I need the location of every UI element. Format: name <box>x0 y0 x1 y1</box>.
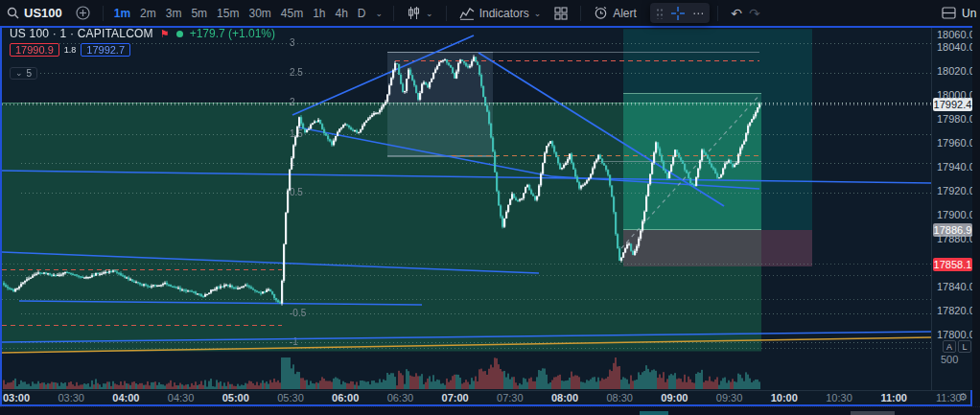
time-axis-label: 08:00 <box>548 392 582 403</box>
chevron-down-icon: ⌄ <box>15 68 23 78</box>
market-status-dot <box>176 31 183 37</box>
symbol-name: US100 <box>24 6 62 20</box>
indicators-button[interactable]: Indicators ⌄ <box>453 3 548 24</box>
indicators-label: Indicators <box>479 7 529 20</box>
drag-handle-icon[interactable] <box>656 8 664 19</box>
interval-1m[interactable]: 1m <box>109 3 135 24</box>
bottom-strip <box>0 406 980 415</box>
toolbar-separator <box>393 6 394 21</box>
bar-replay-step-dropdown[interactable]: ⌄ 5 <box>10 67 37 80</box>
time-axis-label: 04:00 <box>108 392 143 403</box>
interval-3m[interactable]: 3m <box>161 3 187 24</box>
alert-label: Alert <box>613 7 637 20</box>
price-axis-label: 17920.0 <box>937 185 972 196</box>
alert-clock-icon <box>594 6 608 20</box>
price-axis-label: 17880.0 <box>937 233 972 244</box>
undo-button[interactable]: ↶ <box>724 3 749 24</box>
toolbar-separator <box>717 6 718 21</box>
crosshair-icon[interactable] <box>671 7 685 20</box>
undo-icon: ↶ <box>731 6 742 21</box>
interval-5m[interactable]: 5m <box>186 3 212 24</box>
time-axis[interactable]: ⚙ 03:0003:3004:0004:3005:0005:3006:0006:… <box>2 390 970 404</box>
interval-2m[interactable]: 2m <box>135 3 161 24</box>
price-axis-label: 18040.0 <box>937 41 972 53</box>
time-axis-label: 06:00 <box>328 392 362 403</box>
price-axis-label: 17800.0 <box>937 329 972 340</box>
price-axis-label: 18000.0 <box>937 89 972 101</box>
time-axis-label: 11:30 <box>931 392 966 403</box>
interval-1h[interactable]: 1h <box>308 3 330 24</box>
price-chart-canvas[interactable] <box>2 28 931 390</box>
buy-price-button[interactable]: 17992.7 <box>81 43 130 57</box>
floating-drawing-toolbar[interactable]: ⋯ <box>650 3 710 23</box>
plus-circle-icon <box>76 6 90 20</box>
legend-change-value: +179.7 (+1.01%) <box>190 28 275 40</box>
sell-price-button[interactable]: 17990.9 <box>10 43 59 57</box>
time-axis-label: 06:30 <box>383 392 417 403</box>
time-axis-label: 04:30 <box>164 392 198 403</box>
top-toolbar: US100 1m2m3m5m15m30m45m1h4hD ⌄ ⌄ Indicat… <box>0 0 980 26</box>
price-axis-label: 18020.0 <box>937 65 972 77</box>
chart-plot-area: US 100 · 1 · CAPITALCOM ⚑ +179.7 (+1.01%… <box>2 28 931 390</box>
spread-value: 1.8 <box>64 45 77 55</box>
time-axis-label: 09:00 <box>657 392 691 403</box>
price-axis-label: 17940.0 <box>937 161 972 173</box>
interval-15m[interactable]: 15m <box>212 3 244 24</box>
legend-symbol-title[interactable]: US 100 · 1 · CAPITALCOM <box>10 28 153 40</box>
toolbar-separator <box>446 6 447 21</box>
candlestick-style-icon <box>407 6 421 20</box>
layout-name[interactable]: Un <box>962 7 976 20</box>
chart-widget: US 100 · 1 · CAPITALCOM ⚑ +179.7 (+1.01%… <box>0 26 972 406</box>
log-scale-button[interactable]: L <box>958 340 971 353</box>
interval-selector: 1m2m3m5m15m30m45m1h4hD <box>109 0 371 26</box>
volume-scale-label: 500 <box>941 354 958 365</box>
alert-button[interactable]: Alert <box>587 3 643 24</box>
grid-layout-icon <box>554 7 568 20</box>
chart-style-button[interactable]: ⌄ <box>400 3 440 24</box>
compare-add-button[interactable] <box>69 3 97 24</box>
time-axis-label: 05:30 <box>273 392 308 403</box>
chart-legend: US 100 · 1 · CAPITALCOM ⚑ +179.7 (+1.01%… <box>10 28 275 80</box>
price-axis[interactable]: 17992.4 17886.9 17858.1 A L 500 18060.01… <box>931 28 972 390</box>
stop-price-label: 17858.1 <box>933 258 972 271</box>
toolbar-separator <box>580 6 581 21</box>
time-axis-label: 08:30 <box>602 392 637 403</box>
tradingview-window: US100 1m2m3m5m15m30m45m1h4hD ⌄ ⌄ Indicat… <box>0 0 980 415</box>
search-icon <box>7 7 19 19</box>
price-axis-label: 17980.0 <box>937 113 972 125</box>
time-axis-label: 03:30 <box>54 392 88 403</box>
time-axis-label: 10:00 <box>767 392 802 403</box>
price-axis-label: 18060.0 <box>937 29 972 40</box>
time-axis-label: 03:00 <box>0 392 34 403</box>
time-axis-label: 11:00 <box>876 392 911 403</box>
price-axis-label: 17960.0 <box>937 137 972 149</box>
toolbar-separator <box>103 6 104 21</box>
bottom-strip-artifact <box>640 411 668 415</box>
time-axis-label: 10:30 <box>822 392 856 403</box>
more-options-icon[interactable]: ⋯ <box>692 7 704 20</box>
interval-45m[interactable]: 45m <box>276 3 308 24</box>
interval-D[interactable]: D <box>353 3 371 24</box>
flag-icon[interactable]: ⚑ <box>160 29 170 38</box>
time-axis-label: 09:30 <box>712 392 747 403</box>
auto-scale-button[interactable]: A <box>943 340 956 353</box>
time-axis-label: 07:30 <box>493 392 527 403</box>
layout-panes-icon[interactable] <box>942 7 956 19</box>
indicators-icon <box>459 7 475 20</box>
symbol-search-button[interactable]: US100 <box>0 3 69 24</box>
bar-dropdown-value: 5 <box>27 68 33 79</box>
time-axis-label: 05:00 <box>219 392 253 403</box>
bottom-strip-artifact <box>851 411 895 415</box>
redo-button[interactable]: ↷ <box>749 3 767 24</box>
price-axis-label: 17900.0 <box>937 209 972 220</box>
indicator-templates-button[interactable] <box>548 3 574 24</box>
time-axis-label: 07:00 <box>438 392 473 403</box>
interval-dropdown-arrow[interactable]: ⌄ <box>371 3 388 24</box>
redo-icon: ↷ <box>749 6 760 21</box>
price-axis-label: 17820.0 <box>937 305 972 316</box>
price-axis-label: 17840.0 <box>937 281 972 292</box>
interval-4h[interactable]: 4h <box>331 3 353 24</box>
interval-30m[interactable]: 30m <box>244 3 275 24</box>
